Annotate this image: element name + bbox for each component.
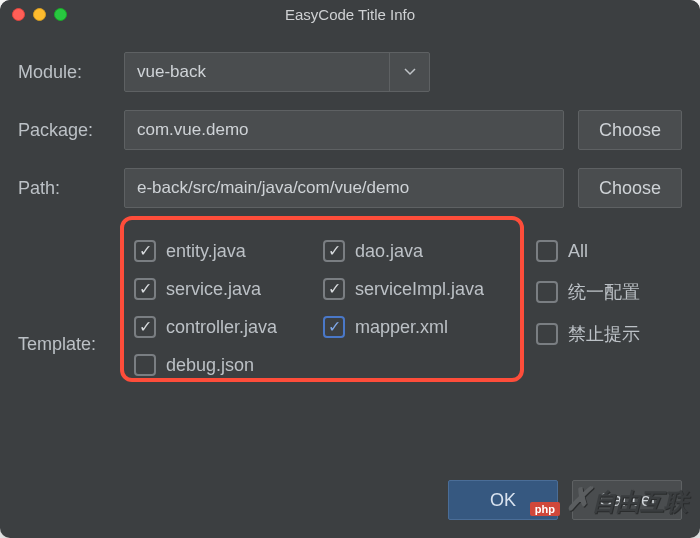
package-value: com.vue.demo	[137, 120, 249, 140]
title-bar: EasyCode Title Info	[0, 0, 700, 28]
template-name: entity.java	[166, 241, 246, 262]
module-row: Module: vue-back	[18, 52, 682, 92]
template-name: debug.json	[166, 355, 254, 376]
template-name: controller.java	[166, 317, 277, 338]
checkbox-icon	[134, 240, 156, 262]
template-name: service.java	[166, 279, 261, 300]
unified-label: 统一配置	[568, 280, 640, 304]
template-name: dao.java	[355, 241, 423, 262]
checkbox-icon	[536, 323, 558, 345]
path-choose-button[interactable]: Choose	[578, 168, 682, 208]
template-checkbox[interactable]: dao.java	[323, 240, 512, 262]
template-checkbox[interactable]: entity.java	[134, 240, 323, 262]
template-checkbox[interactable]: serviceImpl.java	[323, 278, 512, 300]
template-checkbox-grid: entity.javadao.javaservice.javaserviceIm…	[124, 226, 522, 394]
package-choose-button[interactable]: Choose	[578, 110, 682, 150]
checkbox-icon	[134, 316, 156, 338]
module-value: vue-back	[137, 62, 206, 82]
template-label: Template:	[18, 334, 110, 355]
template-name: mapper.xml	[355, 317, 448, 338]
module-select[interactable]: vue-back	[124, 52, 430, 92]
path-row: Path: e-back/src/main/java/com/vue/demo …	[18, 168, 682, 208]
suppress-label: 禁止提示	[568, 322, 640, 346]
dialog-body: Module: vue-back Package: com.vue.demo C…	[0, 28, 700, 406]
window-title: EasyCode Title Info	[0, 6, 700, 23]
checkbox-icon	[134, 354, 156, 376]
side-options: All 统一配置 禁止提示	[536, 226, 656, 346]
checkbox-icon	[323, 278, 345, 300]
suppress-prompt-checkbox[interactable]: 禁止提示	[536, 322, 656, 346]
package-label: Package:	[18, 120, 110, 141]
chevron-down-icon	[389, 53, 429, 91]
dialog-footer: OK Cancel	[448, 480, 682, 520]
template-row: Template: entity.javadao.javaservice.jav…	[18, 226, 682, 394]
package-input[interactable]: com.vue.demo	[124, 110, 564, 150]
dialog-window: EasyCode Title Info Module: vue-back Pac…	[0, 0, 700, 538]
template-name: serviceImpl.java	[355, 279, 484, 300]
template-checkbox[interactable]: controller.java	[134, 316, 323, 338]
checkbox-icon	[323, 240, 345, 262]
checkbox-icon	[134, 278, 156, 300]
path-label: Path:	[18, 178, 110, 199]
path-value: e-back/src/main/java/com/vue/demo	[137, 178, 409, 198]
package-row: Package: com.vue.demo Choose	[18, 110, 682, 150]
path-input[interactable]: e-back/src/main/java/com/vue/demo	[124, 168, 564, 208]
template-checkbox[interactable]: mapper.xml	[323, 316, 512, 338]
all-label: All	[568, 241, 588, 262]
template-checkbox[interactable]: service.java	[134, 278, 323, 300]
template-checkbox[interactable]: debug.json	[134, 354, 323, 376]
checkbox-icon	[323, 316, 345, 338]
module-label: Module:	[18, 62, 110, 83]
ok-button[interactable]: OK	[448, 480, 558, 520]
all-checkbox[interactable]: All	[536, 240, 656, 262]
checkbox-icon	[536, 281, 558, 303]
unified-config-checkbox[interactable]: 统一配置	[536, 280, 656, 304]
checkbox-icon	[536, 240, 558, 262]
cancel-button[interactable]: Cancel	[572, 480, 682, 520]
